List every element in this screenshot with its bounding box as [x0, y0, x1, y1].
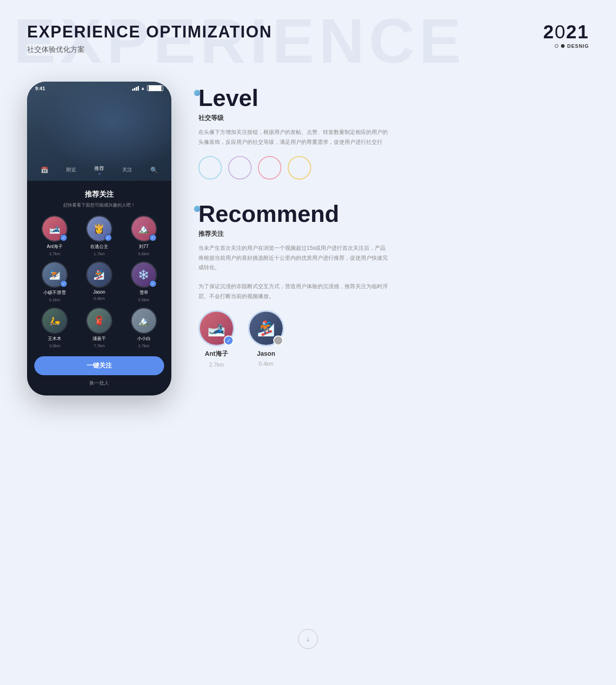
- level-circle-purple: [228, 156, 252, 179]
- active-dot: [99, 173, 100, 175]
- level-accent-dot: [194, 90, 200, 96]
- dot-empty-icon: [555, 44, 558, 48]
- rec-avatar-wrap: 🏂: [248, 310, 284, 346]
- check-badge-icon: ✓: [60, 234, 67, 241]
- battery-icon: ████: [147, 85, 163, 91]
- user-dist: 3.0km: [49, 344, 60, 348]
- user-avatar-wrap: 🏂: [86, 262, 112, 288]
- recommend-label: 推荐: [94, 165, 104, 172]
- user-name: Ant海子: [47, 244, 63, 250]
- user-avatar-wrap: 🎿 ✓: [41, 216, 68, 242]
- rec-user-ant: 🎿 ✓ Ant海子 2.7km: [198, 310, 234, 368]
- phone-nav-follow[interactable]: 关注: [122, 166, 132, 173]
- user-dist: 0.1km: [49, 298, 60, 302]
- user-name: 刘77: [139, 244, 148, 250]
- rec-avatar-wrap: 🎿 ✓: [198, 310, 234, 346]
- user-dist: 1.7km: [94, 252, 105, 256]
- rec-gray-badge-icon: [273, 336, 283, 345]
- level-circles: [198, 156, 589, 179]
- phone-nav-search[interactable]: 🔍: [150, 166, 158, 174]
- user-avatar: 🛵: [41, 308, 68, 334]
- user-avatar-wrap: ⛷️ ✓: [41, 262, 68, 288]
- user-name: 浦嘉千: [92, 336, 106, 342]
- phone-nav-recommend[interactable]: 推荐: [94, 165, 104, 175]
- phone-top-bg: 9:41 ▲ ████ 📅: [27, 82, 171, 181]
- level-subtitle: 社交等级: [198, 114, 589, 122]
- status-icons: ▲ ████: [132, 85, 163, 91]
- user-name: 王木木: [48, 336, 61, 342]
- list-item: 🎿 ✓ Ant海子 2.7km: [34, 216, 75, 256]
- user-avatar-wrap: ❄️ ✓: [131, 262, 157, 288]
- user-avatar-wrap: 👸 ✓: [86, 216, 112, 242]
- phone-navigation[interactable]: 📅 附近 推荐 关注 🔍: [27, 161, 171, 181]
- brand-row: DESNIG: [555, 43, 589, 49]
- rec-user-dist: 0.4km: [259, 361, 274, 367]
- follow-label: 关注: [122, 166, 132, 173]
- recommend-section: Recommend 推荐关注 当未产生首次关注的用户在浏览一个视频超过15s或用…: [198, 202, 589, 368]
- phone-container: 9:41 ▲ ████ 📅: [27, 82, 171, 395]
- header-right: 2021 DESNIG: [543, 23, 589, 49]
- recommend-desc2: 为了保证沉浸的非阻断式交互方式，营造用户体验的沉浸感，推荐关注为临时浮层。不会打…: [198, 282, 388, 301]
- year-display: 2021: [543, 23, 589, 41]
- user-avatar: 🧣: [86, 308, 112, 334]
- recommend-subtitle: 推荐关注: [198, 230, 589, 238]
- user-dist: 2.7km: [138, 344, 149, 348]
- level-circle-yellow: [288, 156, 311, 179]
- dot-filled-icon: [561, 44, 565, 48]
- user-name: 在逃公主: [90, 244, 108, 250]
- user-name: 小小白: [137, 336, 151, 342]
- rec-user-name: Jason: [257, 350, 275, 357]
- check-badge-icon: ✓: [149, 234, 156, 241]
- rec-user-jason: 🏂 Jason 0.4km: [248, 310, 284, 368]
- list-item: 🛵 王木木 3.0km: [34, 308, 75, 348]
- header-left: EXPERIENCE OPTIMIZATION 社交体验优化方案: [27, 23, 272, 55]
- user-name: Jason: [93, 290, 106, 294]
- recommend-users-list: 🎿 ✓ Ant海子 2.7km 🏂 Jason: [198, 310, 589, 368]
- scroll-down-button[interactable]: ↓: [298, 629, 318, 649]
- calendar-icon: 📅: [41, 166, 48, 174]
- header: EXPERIENCE OPTIMIZATION 社交体验优化方案 2021 DE…: [0, 0, 616, 64]
- phone-frame: 9:41 ▲ ████ 📅: [27, 82, 171, 395]
- swap-batch-link[interactable]: 换一批人: [34, 380, 164, 386]
- user-dist: 7.7km: [94, 344, 105, 348]
- user-avatar: 🏔️: [131, 308, 157, 334]
- rec-user-name: Ant海子: [205, 350, 228, 358]
- user-avatar-wrap: 🛵: [41, 308, 68, 334]
- follow-all-button[interactable]: 一键关注: [34, 356, 164, 375]
- page-title: EXPERIENCE OPTIMIZATION: [27, 23, 272, 41]
- phone-nav-calendar[interactable]: 📅: [41, 166, 48, 174]
- level-description: 在头像下方增加关注按钮，根据用户的发帖、点赞、转发数量制定相应的用户的头像装饰，…: [198, 128, 388, 147]
- list-item: 🧣 浦嘉千 7.7km: [79, 308, 120, 348]
- arrow-down-icon: ↓: [306, 635, 310, 643]
- list-item: 🏔️ 小小白 2.7km: [123, 308, 164, 348]
- recommend-title: Recommend: [198, 202, 589, 225]
- modal-subtitle: 赶快看看下面您可能感兴趣的人吧！: [34, 202, 164, 208]
- rec-user-dist: 2.7km: [209, 362, 224, 368]
- brand-label: DESNIG: [567, 43, 589, 49]
- user-avatar: 🏂: [86, 262, 112, 288]
- signal-bars-icon: [132, 86, 139, 91]
- list-item: 👸 ✓ 在逃公主 1.7km: [79, 216, 120, 256]
- phone-nav-nearby[interactable]: 附近: [66, 166, 76, 173]
- user-dist: 0.4km: [94, 296, 105, 301]
- level-section: Level 社交等级 在头像下方增加关注按钮，根据用户的发帖、点赞、转发数量制定…: [198, 86, 589, 179]
- rec-check-badge-icon: ✓: [224, 336, 234, 345]
- check-badge-icon: ✓: [105, 234, 112, 241]
- user-name: 雪帝: [139, 290, 148, 296]
- user-dist: 2.7km: [49, 252, 60, 256]
- user-avatar-wrap: 🏔️: [131, 308, 157, 334]
- user-dist: 5.6km: [138, 252, 149, 256]
- list-item: ❄️ ✓ 雪帝 0.5km: [123, 262, 164, 302]
- level-title: Level: [198, 86, 589, 110]
- phone-status-bar: 9:41 ▲ ████: [27, 82, 171, 91]
- user-avatar-wrap: 🧣: [86, 308, 112, 334]
- check-badge-icon: ✓: [149, 280, 156, 287]
- main-content: 9:41 ▲ ████ 📅: [0, 64, 616, 423]
- status-time: 9:41: [35, 86, 45, 91]
- phone-modal: 推荐关注 赶快看看下面您可能感兴趣的人吧！ 🎿 ✓ Ant海子 2.7km: [27, 181, 171, 395]
- level-circle-pink: [258, 156, 281, 179]
- user-dist: 0.5km: [138, 298, 149, 302]
- search-icon: 🔍: [150, 166, 158, 174]
- list-item: ⛷️ ✓ 小硕不滑雪 0.1km: [34, 262, 75, 302]
- check-badge-icon: ✓: [60, 280, 67, 287]
